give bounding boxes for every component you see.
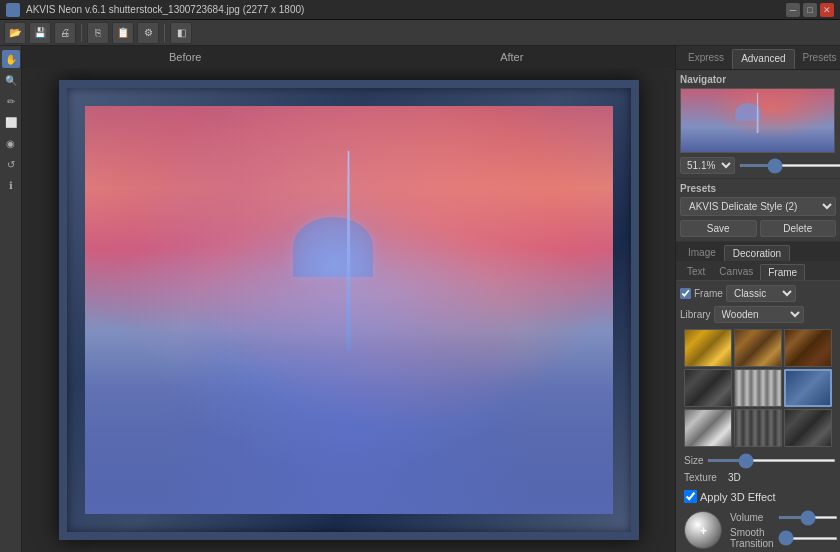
apply-3d-label: Apply 3D Effect — [700, 491, 776, 503]
window-title: AKVIS Neon v.6.1 shutterstock_1300723684… — [26, 4, 783, 15]
tab-canvas[interactable]: Canvas — [712, 264, 760, 280]
frame-thumb-3[interactable] — [784, 329, 832, 367]
frame-thumb-8[interactable] — [734, 409, 782, 447]
frame-thumb-2[interactable] — [734, 329, 782, 367]
zoom-select[interactable]: 51.1% — [680, 157, 735, 174]
ball-plus: + — [700, 524, 707, 538]
before-after-button[interactable]: ◧ — [170, 22, 192, 44]
preset-btn-row: Save Delete — [680, 220, 836, 237]
neon-glow — [85, 106, 613, 514]
zoom-row: 51.1% — [680, 157, 836, 174]
maximize-button[interactable]: □ — [803, 3, 817, 17]
frame-outer — [59, 80, 639, 540]
frame-enable-row: Frame Classic — [680, 285, 836, 302]
texture-value: 3D — [728, 472, 741, 483]
frame-thumb-4[interactable] — [684, 369, 732, 407]
tab-express[interactable]: Express — [680, 49, 732, 69]
title-bar: AKVIS Neon v.6.1 shutterstock_1300723684… — [0, 0, 840, 20]
smooth-row: Smooth Transition 0 — [726, 526, 840, 550]
save-button[interactable]: 💾 — [29, 22, 51, 44]
image-decoration-tabs: Image Decoration — [676, 242, 840, 262]
after-label: After — [349, 46, 676, 68]
before-after-bar: Before After — [22, 46, 675, 68]
mode-tabs: Express Advanced Presets ▶ — [676, 46, 840, 70]
hand-tool[interactable]: ✋ — [2, 50, 20, 68]
tab-decoration[interactable]: Decoration — [724, 245, 790, 261]
frame-checkbox[interactable] — [680, 288, 691, 299]
navigator-thumbnail[interactable] — [680, 88, 835, 153]
open-button[interactable]: 📂 — [4, 22, 26, 44]
library-select[interactable]: Wooden — [714, 306, 804, 323]
paste-button[interactable]: 📋 — [112, 22, 134, 44]
smooth-label: Smooth Transition — [730, 527, 774, 549]
smooth-slider[interactable] — [778, 537, 838, 540]
texture-row: Texture 3D — [680, 470, 836, 485]
size-label: Size — [684, 455, 703, 466]
tab-advanced[interactable]: Advanced — [732, 49, 794, 69]
volume-slider[interactable] — [778, 516, 838, 519]
separator2 — [164, 24, 165, 42]
size-slider[interactable] — [707, 459, 836, 462]
minimize-button[interactable]: ─ — [786, 3, 800, 17]
color-tool[interactable]: ◉ — [2, 134, 20, 152]
presets-section: Presets AKVIS Delicate Style (2) Save De… — [676, 179, 840, 242]
separator — [81, 24, 82, 42]
3d-params: Volume 50 Smooth Transition 0 Bevel Widt… — [726, 511, 840, 552]
frame-thumb-5[interactable] — [734, 369, 782, 407]
frame-thumb-7[interactable] — [684, 409, 732, 447]
decoration-sub-tabs: Text Canvas Frame — [676, 262, 840, 281]
apply-3d-checkbox[interactable] — [684, 490, 697, 503]
texture-label: Texture — [684, 472, 724, 483]
city-background — [85, 106, 613, 514]
tab-presets[interactable]: Presets — [795, 49, 840, 69]
info-tool[interactable]: ℹ — [2, 176, 20, 194]
history-tool[interactable]: ↺ — [2, 155, 20, 173]
left-toolbar: ✋ 🔍 ✏ ⬜ ◉ ↺ ℹ — [0, 46, 22, 552]
library-label: Library — [680, 309, 711, 320]
toolbar: 📂 💾 🖨 ⎘ 📋 ⚙ ◧ — [0, 20, 840, 46]
volume-row: Volume 50 — [726, 511, 840, 524]
settings-button[interactable]: ⚙ — [137, 22, 159, 44]
frame-label: Frame — [694, 288, 723, 299]
preset-select[interactable]: AKVIS Delicate Style (2) — [680, 197, 836, 216]
frame-thumbnail-grid — [680, 327, 836, 449]
library-row: Library Wooden — [680, 306, 836, 323]
frame-thumb-6[interactable] — [784, 369, 832, 407]
eraser-tool[interactable]: ⬜ — [2, 113, 20, 131]
canvas-image[interactable] — [22, 68, 675, 552]
size-row: Size 27 — [680, 453, 836, 468]
print-button[interactable]: 🖨 — [54, 22, 76, 44]
preset-save-button[interactable]: Save — [680, 220, 757, 237]
copy-button[interactable]: ⎘ — [87, 22, 109, 44]
right-panel: Express Advanced Presets ▶ Navigator 51.… — [675, 46, 840, 552]
frame-style-select[interactable]: Classic — [726, 285, 796, 302]
before-label: Before — [22, 46, 349, 68]
frame-thumb-1[interactable] — [684, 329, 732, 367]
main-layout: ✋ 🔍 ✏ ⬜ ◉ ↺ ℹ Before After — [0, 46, 840, 552]
3d-ball[interactable]: + — [684, 511, 722, 549]
presets-label: Presets — [680, 183, 836, 194]
navigator-label: Navigator — [680, 74, 836, 85]
volume-label: Volume — [730, 512, 774, 523]
zoom-slider[interactable] — [739, 164, 840, 167]
canvas-area: Before After — [22, 46, 675, 552]
frame-options: Frame Classic Library Wooden — [676, 281, 840, 552]
frame-thumb-9[interactable] — [784, 409, 832, 447]
apply-3d-row: Apply 3D Effect — [680, 488, 836, 505]
close-button[interactable]: ✕ — [820, 3, 834, 17]
preset-delete-button[interactable]: Delete — [760, 220, 837, 237]
tab-frame[interactable]: Frame — [760, 264, 805, 280]
navigator-section: Navigator 51.1% — [676, 70, 840, 179]
brush-tool[interactable]: ✏ — [2, 92, 20, 110]
zoom-tool[interactable]: 🔍 — [2, 71, 20, 89]
tab-image[interactable]: Image — [680, 245, 724, 261]
tab-text[interactable]: Text — [680, 264, 712, 280]
app-icon — [6, 3, 20, 17]
frame-inner — [85, 106, 613, 514]
